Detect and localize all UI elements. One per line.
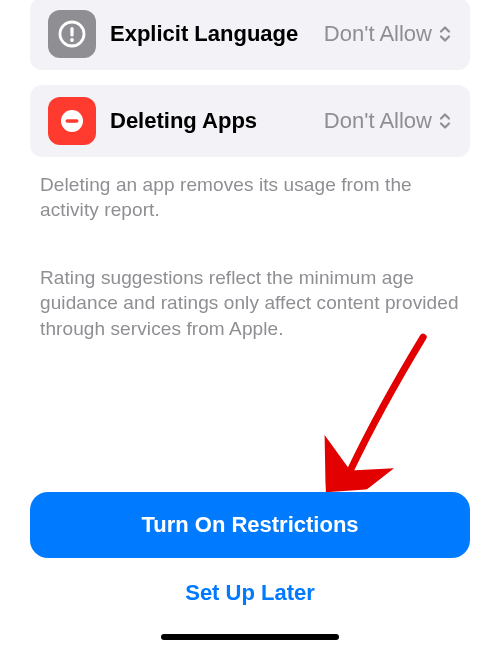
setting-row-deleting-apps[interactable]: Deleting Apps Don't Allow [30, 85, 470, 157]
setting-value: Don't Allow [324, 21, 452, 47]
setting-value: Don't Allow [324, 108, 452, 134]
chevron-up-down-icon [438, 111, 452, 131]
minus-circle-icon [48, 97, 96, 145]
exclamation-icon [48, 10, 96, 58]
svg-rect-4 [66, 119, 79, 123]
set-up-later-button[interactable]: Set Up Later [30, 558, 470, 624]
setting-title: Deleting Apps [110, 108, 324, 134]
chevron-up-down-icon [438, 24, 452, 44]
annotation-arrow-icon [315, 324, 456, 493]
svg-point-2 [70, 38, 74, 42]
turn-on-restrictions-button[interactable]: Turn On Restrictions [30, 492, 470, 558]
caption-deleting: Deleting an app removes its usage from t… [30, 172, 470, 223]
setting-row-explicit-language[interactable]: Explicit Language Don't Allow [30, 0, 470, 70]
home-indicator [161, 634, 339, 640]
svg-rect-1 [70, 27, 73, 37]
caption-rating: Rating suggestions reflect the minimum a… [30, 265, 470, 341]
setting-title: Explicit Language [110, 21, 324, 47]
